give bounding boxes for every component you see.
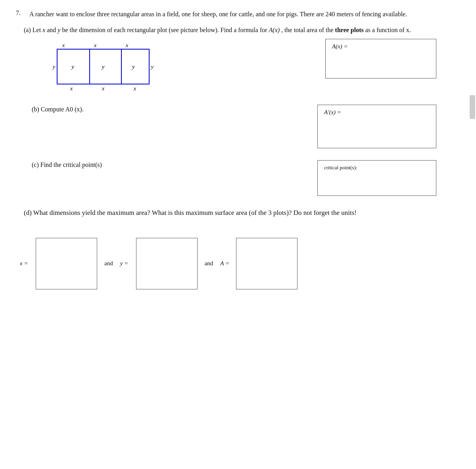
fence-x-bottom-3: x bbox=[119, 85, 151, 92]
part-d: (d) What dimensions yield the maximum ar… bbox=[16, 208, 460, 289]
part-c-answer-box[interactable]: critical point(s): bbox=[317, 160, 436, 196]
fence-y-left: y bbox=[48, 49, 55, 84]
fence-x-bottom-1: x bbox=[56, 85, 87, 92]
part-d-y-input-box[interactable] bbox=[136, 238, 198, 289]
fence-inner-labels: y y y bbox=[58, 50, 148, 84]
problem-number-label: 7. bbox=[16, 10, 27, 17]
scrollbar[interactable] bbox=[470, 95, 475, 119]
problem-header: 7. A rancher want to enclose three recta… bbox=[16, 10, 460, 19]
part-c: (c) Find the critical point(s) critical … bbox=[16, 160, 460, 196]
part-d-inputs-row: x = and y = and A = bbox=[20, 238, 460, 289]
part-a-text-final: as a function of x. bbox=[364, 27, 411, 33]
part-d-a-eq-label: A = bbox=[220, 260, 236, 267]
part-c-answer-label: critical point(s): bbox=[324, 165, 357, 170]
part-a-content: x x x y y y y bbox=[24, 39, 460, 92]
part-a: (a) Let x and y be the dimension of each… bbox=[16, 25, 460, 92]
part-d-a-input-box[interactable] bbox=[236, 238, 298, 289]
part-a-answer-area: A(x) = bbox=[159, 39, 460, 78]
part-b-right: A′(x) = bbox=[317, 105, 460, 148]
fence-diagram: x x x y y y y bbox=[48, 42, 159, 92]
part-d-y-eq-label: y = bbox=[120, 260, 136, 267]
part-b-answer-box[interactable]: A′(x) = bbox=[317, 105, 436, 148]
part-d-label: (d) What dimensions yield the maximum ar… bbox=[24, 208, 460, 218]
fence-x-top-2: x bbox=[79, 42, 111, 49]
part-d-x-input-box[interactable] bbox=[36, 238, 97, 289]
part-b-answer-label: A′(x) = bbox=[324, 109, 341, 115]
part-d-and-2: and bbox=[205, 260, 213, 267]
fence-x-top-3: x bbox=[111, 42, 143, 49]
part-a-text-before: Let bbox=[33, 27, 42, 33]
fence-x-top-labels: x x x bbox=[48, 42, 159, 49]
part-a-x-var: x bbox=[42, 27, 45, 33]
part-d-and-1: and bbox=[104, 260, 113, 267]
part-a-answer-box[interactable]: A(x) = bbox=[325, 39, 436, 78]
part-a-text-end: , the total area of the bbox=[281, 27, 335, 33]
fence-x-top-1: x bbox=[48, 42, 79, 49]
part-c-label: (c) Find the critical point(s) bbox=[32, 160, 317, 170]
fence-x-bottom-2: x bbox=[87, 85, 119, 92]
part-b: (b) Compute A0 (x). A′(x) = bbox=[16, 105, 460, 148]
fence-diagram-area: x x x y y y y bbox=[24, 39, 159, 92]
part-a-prefix: (a) bbox=[24, 27, 31, 33]
part-b-label: (b) Compute A0 (x). bbox=[32, 105, 317, 114]
part-a-answer-label: A(x) = bbox=[332, 43, 348, 50]
part-a-ax: A(x) bbox=[269, 27, 280, 33]
part-a-bold-text: three plots bbox=[335, 27, 364, 33]
part-a-label: (a) Let x and y be the dimension of each… bbox=[24, 25, 460, 35]
part-a-text-and: and bbox=[47, 27, 58, 33]
part-d-x-eq-label: x = bbox=[20, 260, 36, 267]
fence-box: y y y bbox=[57, 49, 149, 84]
part-d-text: (d) What dimensions yield the maximum ar… bbox=[24, 209, 357, 216]
part-b-left: (b) Compute A0 (x). bbox=[16, 105, 317, 114]
part-c-right: critical point(s): bbox=[317, 160, 460, 196]
part-a-text-after: be the dimension of each rectangular plo… bbox=[62, 27, 269, 33]
fence-cell-1: y bbox=[58, 50, 88, 84]
part-c-left: (c) Find the critical point(s) bbox=[16, 160, 317, 170]
fence-cell-2: y bbox=[88, 50, 118, 84]
fence-cell-3: y bbox=[118, 50, 148, 84]
fence-middle-row: y y y y y bbox=[48, 49, 159, 84]
part-a-y-var: y bbox=[58, 27, 60, 33]
problem-intro-text: A rancher want to enclose three rectangu… bbox=[29, 10, 407, 19]
fence-x-bottom-labels: x x x bbox=[48, 85, 159, 92]
fence-y-right: y bbox=[151, 49, 159, 84]
